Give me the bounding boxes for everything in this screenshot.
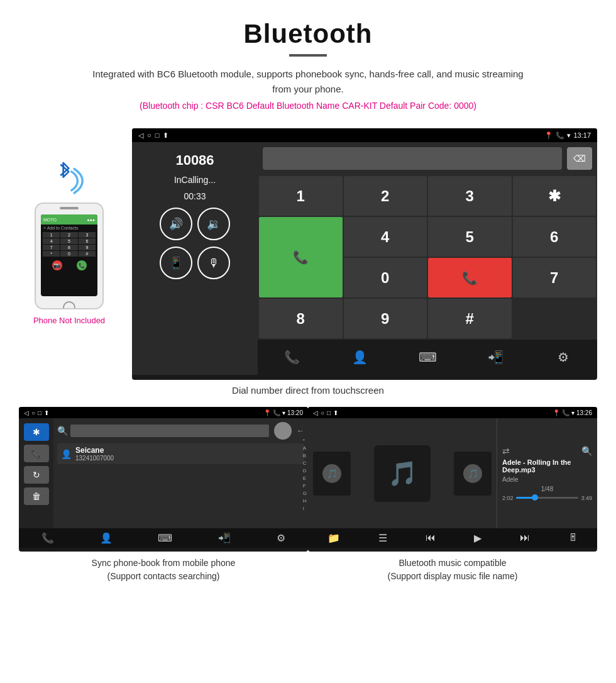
music-status-bar: ◁ ○ □ ⬆ 📍 📞 ▾ 13:26: [308, 407, 597, 418]
call-control-row: 🔊 🔉: [140, 208, 250, 240]
nav-dialpad-icon[interactable]: ⌨: [412, 346, 443, 369]
nav-settings-icon[interactable]: ⚙: [547, 346, 579, 369]
pb-phone-icon: 📞: [273, 409, 280, 416]
dial-right-panel: ⌫ 1 2 3 ✱ 📞 4 5 6 0 📞 7 8: [258, 142, 597, 375]
nav-back-icon: ◁: [138, 131, 143, 140]
music-phone-icon: 📞: [562, 409, 569, 416]
music-nav-back: ◁: [313, 409, 318, 416]
music-progress-dot: [532, 494, 538, 501]
music-time: 13:26: [576, 409, 592, 416]
volume-down-button[interactable]: 🔉: [197, 208, 230, 240]
alpha-c: C: [303, 460, 307, 467]
nav-contacts-icon[interactable]: 👤: [344, 346, 375, 369]
key-5[interactable]: 5: [428, 217, 512, 257]
phonebook-caption-line1: Sync phone-book from mobile phone: [92, 558, 236, 568]
phone-mockup: MOTO ●●● + Add to Contacts 1 2 3 4 5 6 7…: [35, 203, 104, 309]
key-hash[interactable]: #: [428, 299, 512, 338]
alpha-d: D: [303, 467, 307, 475]
mute-button[interactable]: 🎙: [197, 247, 230, 279]
alpha-star: *: [303, 437, 307, 445]
pb-search-bar[interactable]: [70, 425, 269, 437]
page-title: Bluetooth: [13, 19, 603, 49]
nav-transfer-icon[interactable]: 📲: [480, 346, 511, 369]
music-nav-upload: ⬆: [333, 409, 338, 416]
pb-nav-upload: ⬆: [44, 409, 49, 416]
key-2[interactable]: 2: [344, 176, 427, 216]
music-nav-prev[interactable]: ⏮: [426, 532, 436, 544]
music-info-panel: ⇄ 🔍 Adele - Rolling In the Deep.mp3 Adel…: [497, 418, 597, 528]
pb-contact-number: 13241007000: [75, 455, 114, 462]
pb-nav-contacts[interactable]: 👤: [100, 532, 113, 544]
pb-search-icon: 🔍: [57, 426, 68, 436]
pb-phone-btn[interactable]: 📞: [24, 445, 49, 462]
music-nav-play[interactable]: ▶: [474, 532, 481, 544]
dial-left-panel: 10086 InCalling... 00:33 🔊 🔉 📱 🎙: [132, 142, 258, 375]
music-search-icon[interactable]: 🔍: [581, 446, 592, 456]
page-header: Bluetooth Integrated with BC6 Bluetooth …: [0, 0, 616, 128]
dial-grid: 1 2 3 ✱ 📞 4 5 6 0 📞 7 8 9 #: [258, 175, 597, 340]
key-star[interactable]: ✱: [513, 176, 597, 216]
key-call-green[interactable]: 📞: [259, 217, 343, 297]
pb-arrow-icon: ←: [297, 426, 304, 435]
shuffle-icon[interactable]: ⇄: [502, 446, 510, 456]
music-nav-list[interactable]: ☰: [378, 532, 387, 544]
key-4[interactable]: 4: [344, 217, 427, 257]
music-nav-next[interactable]: ⏭: [520, 532, 530, 544]
dial-input-row: ⌫: [258, 142, 597, 175]
key-call-red[interactable]: 📞: [428, 258, 512, 297]
key-3[interactable]: 3: [428, 176, 512, 216]
volume-up-button[interactable]: 🔊: [160, 208, 192, 240]
pb-contact-info: Seicane 13241007000: [75, 446, 114, 462]
dial-bottom-nav: 📞 👤 ⌨ 📲 ⚙: [258, 340, 597, 375]
pb-body: ✱ 📞 ↻ 🗑 🔍 ←: [19, 418, 308, 528]
key-1[interactable]: 1: [259, 176, 343, 216]
pb-content: 🔍 ← * A B C D E F G: [53, 418, 308, 528]
caller-number: 10086: [140, 152, 250, 169]
album-art-left: 🎵: [313, 452, 351, 496]
alpha-i: I: [303, 505, 307, 513]
pb-status-bar: ◁ ○ □ ⬆ 📍 📞 ▾ 13:20: [19, 407, 308, 418]
pb-nav-circle: ○: [31, 409, 35, 416]
pb-nav-settings[interactable]: ⚙: [277, 532, 285, 544]
pb-nav-dialpad[interactable]: ⌨: [158, 532, 172, 544]
music-progress-row: 2:02 3:49: [502, 495, 592, 501]
subtitle: Integrated with BC6 Bluetooth module, su…: [88, 67, 528, 97]
pb-nav-calls[interactable]: 📞: [41, 532, 54, 544]
dial-input-field[interactable]: [263, 147, 562, 170]
album-art-main: 🎵: [374, 445, 431, 502]
pb-trash-btn[interactable]: 🗑: [24, 487, 49, 505]
key-8[interactable]: 8: [259, 299, 343, 338]
phonebook-panel: ◁ ○ □ ⬆ 📍 📞 ▾ 13:20 ✱ 📞 ↻: [19, 407, 308, 586]
transfer-call-button[interactable]: 📱: [160, 247, 192, 279]
location-icon: 📍: [544, 131, 553, 140]
music-artist-name: Adele: [502, 476, 592, 483]
key-9[interactable]: 9: [344, 299, 427, 338]
pb-bottom-nav: 📞 👤 ⌨ 📲 ⚙: [19, 528, 308, 548]
title-underline: [289, 54, 327, 57]
key-0[interactable]: 0: [344, 258, 427, 297]
music-signal-icon: ▾: [571, 409, 575, 416]
pb-contact-entry[interactable]: 👤 Seicane 13241007000: [57, 443, 304, 464]
key-6[interactable]: 6: [513, 217, 597, 257]
key-7[interactable]: 7: [513, 258, 597, 297]
pb-sidebar: ✱ 📞 ↻ 🗑: [19, 418, 53, 528]
pb-nav-back: ◁: [24, 409, 29, 416]
music-progress-bar[interactable]: [516, 497, 579, 499]
car-status-bar: ◁ ○ □ ⬆ 📍 📞 ▾ 13:17: [132, 128, 597, 142]
nav-calls-icon[interactable]: 📞: [276, 346, 307, 369]
dial-backspace-button[interactable]: ⌫: [567, 147, 592, 170]
music-track-count: 1/48: [502, 486, 592, 492]
album-art-right: 🎵: [454, 452, 492, 496]
status-left: ◁ ○ □ ⬆: [138, 131, 168, 140]
dial-screen: 10086 InCalling... 00:33 🔊 🔉 📱 🎙 ⌫: [132, 142, 597, 375]
pb-nav-transfer[interactable]: 📲: [218, 532, 231, 544]
music-nav-folder[interactable]: 📁: [327, 532, 340, 544]
alpha-a: A: [303, 445, 307, 452]
nav-upload-icon: ⬆: [163, 131, 168, 140]
status-time: 13:17: [573, 131, 591, 139]
dial-keypad: 1 2 3 ✱ 📞 4 5 6 0 📞 7 8 9 #: [258, 175, 597, 340]
music-nav-equalizer[interactable]: 🎚: [568, 532, 578, 544]
nav-square-icon: □: [155, 131, 160, 140]
music-nav-circle: ○: [321, 409, 324, 416]
pb-sync-btn[interactable]: ↻: [24, 466, 49, 484]
